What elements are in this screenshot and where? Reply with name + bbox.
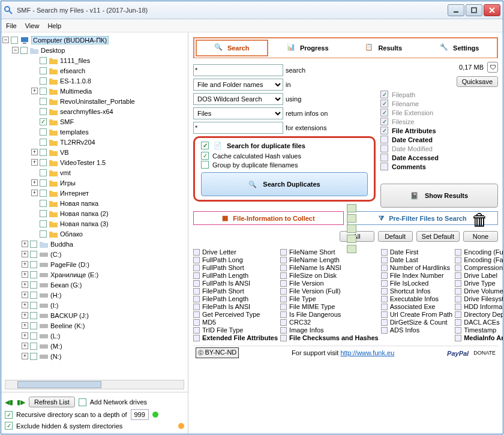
default-button[interactable]: Default	[378, 231, 413, 242]
tree-checkbox[interactable]	[40, 128, 47, 136]
tree-checkbox[interactable]	[40, 88, 47, 95]
tree-item[interactable]: VideoTester 1.5	[60, 159, 106, 166]
tree-item[interactable]: Хранилище (E:)	[50, 271, 98, 278]
tree-item-desktop[interactable]: Desktop	[41, 47, 65, 54]
collect-section-head[interactable]: ▦File-Information to Collect	[193, 211, 344, 225]
grid-checkbox[interactable]	[381, 296, 388, 302]
tree-expander[interactable]: +	[31, 190, 38, 196]
group-dup-checkbox[interactable]	[201, 161, 209, 169]
tree-item[interactable]: searchmyfiles-x64	[60, 108, 113, 115]
tree-item[interactable]: Игры	[60, 179, 76, 187]
tree-item[interactable]: (H:)	[50, 292, 61, 299]
exclude-hidden-checkbox[interactable]	[5, 422, 13, 430]
grid-checkbox[interactable]	[280, 296, 287, 302]
tree-hscrollbar[interactable]	[5, 380, 184, 389]
ck-modified[interactable]	[380, 145, 388, 152]
search-duplicates-button[interactable]: 🔍Search Duplicates	[201, 172, 368, 196]
tree-checkbox[interactable]	[40, 190, 47, 197]
grid-checkbox[interactable]	[193, 296, 200, 302]
tree-expander[interactable]: +	[22, 271, 28, 278]
grid-checkbox[interactable]	[455, 280, 461, 287]
tree-checkbox[interactable]	[30, 281, 37, 289]
trash-icon[interactable]: 🗑	[472, 210, 488, 230]
grid-checkbox[interactable]	[280, 265, 287, 271]
none-button[interactable]: None	[463, 231, 498, 242]
grid-checkbox[interactable]	[193, 249, 200, 256]
tree-item[interactable]: TL2RRv204	[60, 139, 95, 146]
tab-settings[interactable]: 🔧Settings	[424, 40, 496, 56]
tree-expander[interactable]: +	[22, 312, 28, 319]
tree-checkbox[interactable]	[30, 343, 37, 350]
menu-help[interactable]: Help	[47, 22, 61, 29]
grid-checkbox[interactable]	[193, 280, 200, 287]
grid-checkbox[interactable]	[455, 257, 461, 263]
tree-item[interactable]: Multimedia	[60, 88, 92, 95]
shield-icon[interactable]: 🛡	[487, 62, 498, 73]
grid-checkbox[interactable]	[280, 272, 287, 279]
extensions-input[interactable]	[193, 122, 283, 134]
grid-checkbox[interactable]	[280, 327, 287, 334]
grid-checkbox[interactable]	[280, 249, 287, 256]
add-network-checkbox[interactable]	[79, 398, 86, 406]
grid-checkbox[interactable]	[193, 327, 200, 334]
ck-accessed[interactable]	[380, 154, 388, 161]
support-link[interactable]: http://www.funk.eu	[340, 349, 394, 356]
tree-checkbox[interactable]	[40, 159, 47, 166]
tree-checkbox[interactable]	[30, 251, 37, 258]
tree-item[interactable]: Интернет	[60, 190, 89, 197]
paypal-logo[interactable]: PayPal	[447, 348, 469, 358]
grid-checkbox[interactable]	[381, 288, 388, 295]
grid-checkbox[interactable]	[381, 272, 388, 279]
grid-checkbox[interactable]	[193, 288, 200, 295]
grid-checkbox[interactable]	[455, 272, 461, 279]
donate-label[interactable]: DONATE	[473, 350, 496, 356]
minimize-button[interactable]	[448, 4, 464, 16]
tree-expander[interactable]: –	[12, 47, 19, 53]
mini-icon[interactable]	[347, 214, 356, 223]
tree-item[interactable]: 1111_files	[60, 57, 90, 64]
tree-checkbox[interactable]	[40, 169, 47, 176]
tree-checkbox[interactable]	[30, 322, 37, 329]
tree-item[interactable]: (N:)	[50, 353, 61, 360]
mini-icon[interactable]	[347, 245, 356, 253]
tree-checkbox[interactable]	[40, 67, 47, 74]
tree-item[interactable]: RevoUninstaller_Portable	[60, 98, 135, 105]
grid-checkbox[interactable]	[381, 265, 388, 271]
quicksave-button[interactable]: Quicksave	[457, 76, 498, 87]
show-results-button[interactable]: 📓Show Results	[380, 184, 498, 208]
tree-expander[interactable]: +	[31, 88, 38, 94]
dup-enable-checkbox[interactable]	[201, 142, 209, 149]
grid-checkbox[interactable]	[381, 304, 388, 310]
grid-checkbox[interactable]	[381, 249, 388, 256]
tree-checkbox[interactable]	[40, 200, 47, 207]
grid-checkbox[interactable]	[193, 265, 200, 271]
grid-checkbox[interactable]	[455, 265, 461, 271]
grid-checkbox[interactable]	[280, 288, 287, 295]
tree-checkbox[interactable]	[40, 230, 47, 238]
tree-checkbox[interactable]	[30, 292, 37, 299]
ck-fileext[interactable]	[380, 109, 388, 116]
tree-expander[interactable]: +	[22, 261, 28, 268]
grid-checkbox[interactable]	[193, 304, 200, 310]
grid-checkbox[interactable]	[280, 280, 287, 287]
tree-expander[interactable]: +	[31, 149, 38, 155]
grid-checkbox[interactable]	[455, 335, 461, 341]
tree-item[interactable]: ES-1.1.0.8	[60, 77, 91, 85]
tree-expander[interactable]: +	[22, 292, 28, 298]
mini-icon[interactable]	[347, 224, 356, 233]
tree-checkbox[interactable]	[40, 210, 47, 217]
tree-item[interactable]: SMF	[60, 118, 74, 125]
tree-expander[interactable]: +	[22, 281, 28, 288]
nav-back-icon[interactable]: ◀▮	[5, 398, 13, 406]
tree-item[interactable]: Новая папка (3)	[60, 220, 109, 227]
tab-results[interactable]: 📋Results	[347, 40, 420, 56]
grid-checkbox[interactable]	[193, 311, 200, 318]
grid-checkbox[interactable]	[455, 304, 461, 310]
grid-checkbox[interactable]	[280, 304, 287, 310]
tree-checkbox[interactable]	[11, 37, 18, 44]
menu-view[interactable]: View	[25, 22, 40, 29]
search-pattern-input[interactable]	[193, 64, 283, 76]
search-using-select[interactable]: DOS Wildcard Search	[193, 93, 283, 105]
tree-checkbox[interactable]	[20, 47, 28, 54]
tree-checkbox[interactable]	[30, 261, 37, 268]
